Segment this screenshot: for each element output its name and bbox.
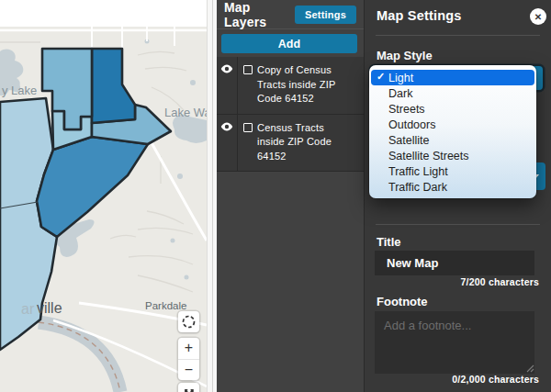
resize-handle-icon[interactable] — [526, 364, 534, 373]
menu-item-label: Dark — [388, 87, 412, 100]
layers-panel-title: Map Layers — [224, 0, 295, 29]
menu-item-light[interactable]: Light — [371, 70, 534, 85]
map-layers-panel: Map Layers Settings Add Copy of Census T… — [217, 0, 364, 392]
layer-row[interactable]: Census Tracts inside ZIP Code 64152 — [217, 115, 364, 173]
layer-name[interactable]: Census Tracts inside ZIP Code 64152 — [257, 121, 346, 164]
layer-visibility-toggle[interactable] — [217, 57, 238, 114]
map-builder-app: y Lake Lake Wau ar ville Parkdale + − — [0, 0, 551, 392]
layer-visibility-toggle[interactable] — [217, 115, 238, 172]
menu-item-label: Traffic Dark — [388, 181, 447, 194]
map-style-menu: Light Dark Streets Outdoors Satellite Sa… — [369, 65, 536, 198]
settings-divider-2 — [376, 224, 540, 225]
layer-checkbox[interactable] — [243, 123, 253, 132]
layer-row-content: Copy of Census Tracts inside ZIP Code 64… — [238, 57, 350, 114]
menu-item-outdoors[interactable]: Outdoors — [369, 117, 536, 132]
menu-item-traffic-dark[interactable]: Traffic Dark — [369, 179, 536, 195]
menu-item-streets[interactable]: Streets — [369, 101, 536, 117]
eye-icon — [220, 122, 233, 131]
title-input[interactable] — [375, 251, 534, 275]
zoom-control-group: + − — [178, 338, 199, 380]
map-settings-panel: Map Settings Map Style Light Dark Street… — [364, 0, 551, 392]
check-icon — [377, 71, 385, 83]
geolocate-icon — [181, 314, 197, 330]
footnote-char-counter: 0/2,000 characters — [452, 374, 539, 385]
layers-panel-header: Map Layers Settings — [217, 0, 364, 28]
menu-item-label: Traffic Light — [388, 165, 448, 178]
menu-item-dark[interactable]: Dark — [369, 85, 536, 101]
menu-item-label: Satellite — [388, 134, 429, 147]
menu-item-label: Streets — [388, 103, 425, 116]
menu-item-satellite-streets[interactable]: Satellite Streets — [369, 148, 536, 163]
zoom-in-button[interactable]: + — [178, 338, 199, 360]
map-canvas[interactable]: y Lake Lake Wau ar ville Parkdale + − — [0, 0, 207, 392]
geolocate-button[interactable] — [178, 311, 199, 332]
town-label-faint: ar — [21, 301, 34, 318]
fullscreen-icon — [182, 386, 196, 392]
fullscreen-button[interactable] — [178, 383, 199, 392]
menu-item-traffic-light[interactable]: Traffic Light — [369, 163, 536, 179]
footnote-textarea[interactable] — [375, 311, 534, 374]
lake-label-left: y Lake — [2, 84, 37, 97]
eye-icon — [220, 64, 233, 73]
close-button[interactable] — [530, 8, 546, 25]
layer-row-content: Census Tracts inside ZIP Code 64152 — [238, 115, 350, 172]
footnote-label: Footnote — [377, 295, 428, 308]
menu-item-label: Light — [388, 72, 413, 84]
lake-label-right: Lake Wau — [164, 106, 207, 119]
layer-row[interactable]: Copy of Census Tracts inside ZIP Code 64… — [217, 57, 364, 115]
add-layer-button[interactable]: Add — [221, 34, 357, 53]
menu-item-label: Outdoors — [388, 118, 435, 131]
zoom-out-button[interactable]: − — [178, 360, 199, 381]
scrollbar-track[interactable] — [212, 0, 213, 392]
title-label: Title — [377, 235, 401, 249]
basemap-svg — [0, 0, 207, 392]
title-char-counter: 7/200 characters — [460, 276, 539, 287]
settings-button[interactable]: Settings — [295, 6, 356, 24]
layer-checkbox[interactable] — [243, 65, 253, 74]
parkdale-label: Parkdale — [145, 300, 186, 311]
menu-item-satellite[interactable]: Satellite — [369, 132, 536, 148]
panel-gutter — [207, 0, 217, 392]
menu-item-label: Satellite Streets — [388, 150, 469, 162]
settings-divider-1 — [376, 35, 540, 36]
town-label: ville — [37, 300, 62, 317]
settings-panel-title: Map Settings — [377, 8, 462, 23]
layer-name[interactable]: Copy of Census Tracts inside ZIP Code 64… — [257, 63, 346, 106]
map-style-label: Map Style — [377, 49, 433, 62]
